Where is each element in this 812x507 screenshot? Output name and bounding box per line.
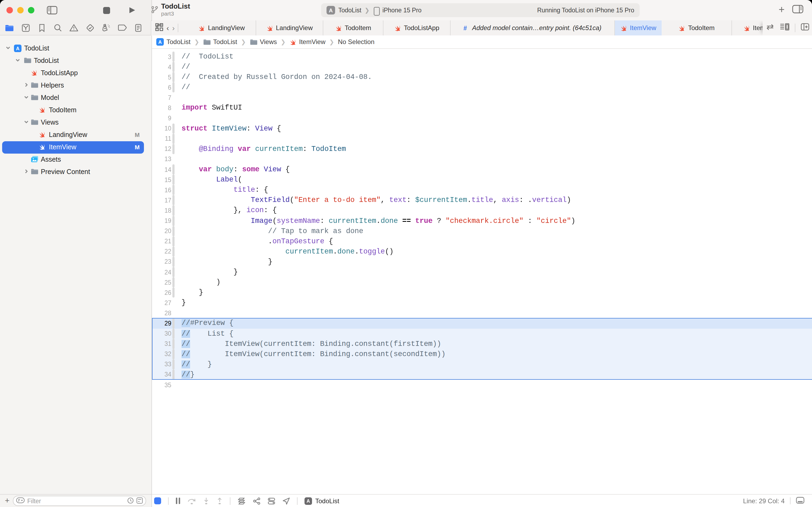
code-line-17[interactable]: 17 TextField("Enter a to-do item", text:… bbox=[152, 195, 812, 206]
simulate-location-icon[interactable] bbox=[283, 497, 290, 505]
tab-todolistapp[interactable]: TodoListApp bbox=[384, 20, 451, 36]
line-col-indicator[interactable]: Line: 29 Col: 4 bbox=[743, 497, 785, 505]
code-line-25[interactable]: 25 ) bbox=[152, 277, 812, 287]
code-line-35[interactable]: 35 bbox=[152, 380, 812, 390]
code-line-19[interactable]: 19 Image(systemName: currentItem.done ==… bbox=[152, 216, 812, 226]
report-navigator-icon[interactable] bbox=[133, 22, 143, 33]
disclosure-down-icon[interactable] bbox=[23, 94, 31, 102]
bookmark-navigator-icon[interactable] bbox=[37, 22, 47, 33]
close-window-button[interactable] bbox=[6, 7, 13, 13]
running-app-label[interactable]: TodoList bbox=[315, 497, 339, 505]
add-tab-button[interactable]: + bbox=[779, 4, 785, 14]
tab-landingview[interactable]: LandingView bbox=[256, 20, 323, 36]
code-line-13[interactable]: 13 bbox=[152, 154, 812, 164]
related-items-icon[interactable] bbox=[155, 23, 163, 33]
sidebar-item-assets[interactable]: Assets bbox=[0, 154, 152, 166]
forward-button[interactable]: › bbox=[172, 23, 175, 32]
disclosure-down-icon[interactable] bbox=[23, 119, 31, 126]
code-line-11[interactable]: 11 bbox=[152, 134, 812, 144]
code-line-22[interactable]: 22 currentItem.done.toggle() bbox=[152, 246, 812, 257]
tab-itemview[interactable]: ItemView bbox=[615, 20, 661, 36]
tab-todoitem[interactable]: TodoItem bbox=[661, 20, 732, 36]
code-line-21[interactable]: 21 .onTapGesture { bbox=[152, 236, 812, 246]
code-line-24[interactable]: 24 } bbox=[152, 267, 812, 277]
sidebar-item-itemview[interactable]: ItemViewM bbox=[0, 141, 152, 154]
issue-navigator-icon[interactable] bbox=[69, 22, 79, 33]
sidebar-item-todolistapp[interactable]: TodoListApp bbox=[0, 67, 152, 79]
filter-field[interactable]: Filter bbox=[13, 496, 146, 506]
breakpoints-toggle-icon[interactable] bbox=[154, 497, 161, 504]
debug-navigator-icon[interactable] bbox=[101, 22, 111, 33]
disclosure-down-icon[interactable] bbox=[5, 45, 13, 52]
toggle-left-sidebar-icon[interactable] bbox=[46, 4, 59, 16]
adjust-editor-icon[interactable] bbox=[779, 23, 789, 33]
sidebar-item-model[interactable]: Model bbox=[0, 92, 152, 104]
toggle-right-sidebar-icon[interactable] bbox=[792, 5, 803, 15]
breadcrumb-segment[interactable]: ATodoList bbox=[156, 38, 190, 46]
disclosure-right-icon[interactable] bbox=[23, 81, 31, 89]
sidebar-item-helpers[interactable]: Helpers bbox=[0, 79, 152, 92]
code-line-33[interactable]: 33// } bbox=[152, 359, 812, 370]
source-control-navigator-icon[interactable] bbox=[20, 22, 31, 33]
sidebar-item-todoitem[interactable]: TodoItem bbox=[0, 104, 152, 117]
code-line-6[interactable]: 6// bbox=[152, 82, 812, 93]
scheme-title[interactable]: TodoList part3 bbox=[161, 2, 190, 17]
code-line-30[interactable]: 30// List { bbox=[152, 328, 812, 339]
code-line-34[interactable]: 34//} bbox=[152, 370, 812, 380]
code-line-32[interactable]: 32// ItemView(currentItem: Binding.const… bbox=[152, 349, 812, 359]
code-line-7[interactable]: 7 bbox=[152, 93, 812, 103]
sidebar-item-landingview[interactable]: LandingViewM bbox=[0, 129, 152, 141]
breadcrumb-segment[interactable]: ItemView bbox=[289, 38, 326, 46]
sidebar-item-views[interactable]: Views bbox=[0, 117, 152, 129]
breadcrumb-segment[interactable]: No Selection bbox=[338, 38, 374, 46]
find-navigator-icon[interactable] bbox=[53, 22, 63, 33]
disclosure-down-icon[interactable] bbox=[15, 57, 22, 64]
code-line-8[interactable]: 8import SwiftUI bbox=[152, 103, 812, 113]
add-file-button[interactable]: + bbox=[5, 496, 10, 505]
pause-icon[interactable] bbox=[176, 497, 180, 504]
breadcrumb-segment[interactable]: Views bbox=[250, 38, 277, 46]
code-line-23[interactable]: 23 } bbox=[152, 257, 812, 267]
back-button[interactable]: ‹ bbox=[167, 23, 169, 32]
step-over-icon[interactable] bbox=[187, 497, 196, 505]
code-line-4[interactable]: 4// bbox=[152, 62, 812, 72]
code-line-20[interactable]: 20 // Tap to mark as done bbox=[152, 226, 812, 236]
code-line-16[interactable]: 16 title: { bbox=[152, 185, 812, 195]
code-line-29[interactable]: 29//#Preview { bbox=[152, 318, 812, 328]
status-project[interactable]: TodoList bbox=[338, 7, 361, 13]
project-navigator-icon[interactable] bbox=[4, 22, 14, 33]
view-hierarchy-icon[interactable] bbox=[237, 497, 246, 505]
step-out-icon[interactable] bbox=[217, 497, 223, 505]
breadcrumb-segment[interactable]: TodoList bbox=[203, 38, 237, 46]
memory-graph-icon[interactable] bbox=[253, 497, 260, 505]
minimize-window-button[interactable] bbox=[17, 7, 23, 13]
code-line-27[interactable]: 27} bbox=[152, 298, 812, 308]
tab-added-model-contain-entry-point-64c51ca-[interactable]: #Added model contain…entry point. (64c51… bbox=[451, 20, 615, 36]
environment-overrides-icon[interactable] bbox=[268, 497, 276, 505]
tab-landingview[interactable]: LandingView bbox=[187, 20, 256, 36]
status-destination[interactable]: iPhone 15 Pro bbox=[383, 7, 421, 13]
recent-files-icon[interactable] bbox=[127, 497, 134, 505]
code-line-3[interactable]: 3// TodoList bbox=[152, 52, 812, 62]
add-editor-icon[interactable] bbox=[801, 23, 809, 33]
run-button[interactable] bbox=[126, 4, 138, 16]
code-line-15[interactable]: 15 Label( bbox=[152, 175, 812, 185]
code-line-9[interactable]: 9 bbox=[152, 113, 812, 123]
breakpoint-navigator-icon[interactable] bbox=[117, 22, 127, 33]
activity-status-bar[interactable]: A TodoList ❯ iPhone 15 Pro Running TodoL… bbox=[321, 3, 640, 17]
code-line-31[interactable]: 31// ItemView(currentItem: Binding.const… bbox=[152, 339, 812, 349]
zoom-window-button[interactable] bbox=[28, 7, 35, 13]
swap-editor-icon[interactable] bbox=[765, 23, 774, 33]
sidebar-item-todolist[interactable]: ATodoList bbox=[0, 43, 152, 55]
code-line-14[interactable]: 14 var body: some View { bbox=[152, 164, 812, 175]
tab-todoitem[interactable]: TodoItem bbox=[323, 20, 384, 36]
code-line-18[interactable]: 18 }, icon: { bbox=[152, 206, 812, 216]
source-control-status-icon[interactable] bbox=[136, 497, 143, 505]
code-line-5[interactable]: 5// Created by Russell Gordon on 2024-04… bbox=[152, 72, 812, 82]
source-editor[interactable]: 3// TodoList4//5// Created by Russell Go… bbox=[152, 49, 812, 494]
code-line-12[interactable]: 12 @Binding var currentItem: TodoItem bbox=[152, 144, 812, 154]
code-line-10[interactable]: 10struct ItemView: View { bbox=[152, 123, 812, 133]
test-navigator-icon[interactable] bbox=[85, 22, 95, 33]
sidebar-item-preview-content[interactable]: Preview Content bbox=[0, 166, 152, 178]
stop-button[interactable] bbox=[100, 4, 113, 16]
